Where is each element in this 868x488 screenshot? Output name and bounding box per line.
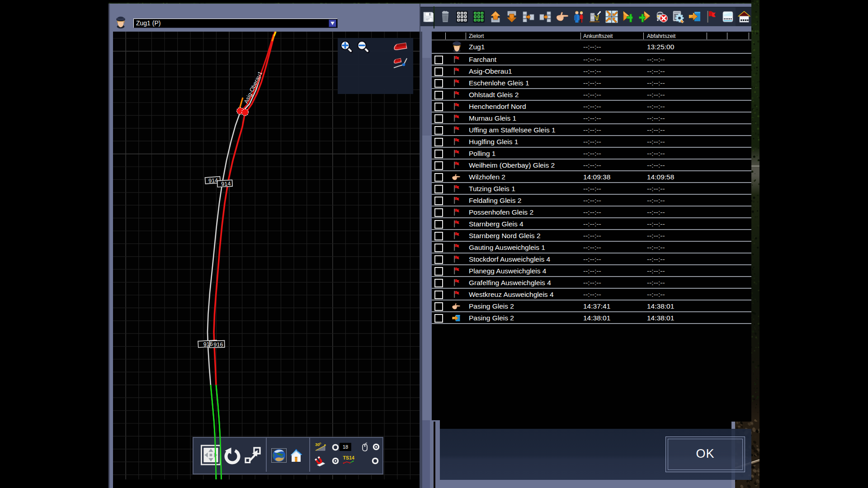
track-map-view[interactable]: Asig-Oberau1914914916916 30 18 TS14 (113, 32, 420, 479)
timetable-row[interactable]: Possenhofen Gleis 2--:--:----:--:-- (432, 206, 751, 218)
service-properties-icon[interactable] (672, 10, 684, 23)
row-abfahrtszeit: --:--:-- (647, 208, 665, 216)
ok-button[interactable]: OK (665, 436, 745, 472)
row-checkbox[interactable] (434, 91, 443, 99)
row-checkbox[interactable] (434, 244, 443, 252)
route-line-red (214, 32, 275, 385)
row-checkbox[interactable] (434, 197, 443, 205)
row-ankunftszeit: --:--:-- (583, 255, 601, 263)
grid-white-icon[interactable] (456, 10, 468, 23)
passengers-icon[interactable] (572, 10, 585, 23)
timetable-row[interactable]: Westkreuz Ausweichgleis 4--:--:----:--:-… (432, 289, 751, 300)
driver-icon (116, 16, 126, 29)
row-checkbox[interactable] (434, 302, 443, 311)
gradient-icon[interactable]: 30 (315, 442, 326, 454)
home-icon[interactable] (289, 448, 303, 465)
radio-off-icon[interactable] (372, 457, 379, 466)
timetable-row[interactable]: Gauting Ausweichgleis 1--:--:----:--:-- (432, 242, 751, 253)
train-front-icon[interactable] (722, 10, 734, 23)
hand-pointer-icon[interactable] (556, 12, 568, 24)
timetable-row[interactable]: Starnberg Nord Gleis 2--:--:----:--:-- (432, 230, 751, 242)
shift-left-icon[interactable] (539, 10, 552, 23)
row-checkbox[interactable] (434, 56, 443, 64)
row-checkbox[interactable] (434, 161, 443, 170)
dropdown-arrow-icon[interactable] (329, 19, 336, 27)
row-ankunftszeit: --:--:-- (583, 126, 601, 134)
row-zielort: Henchendorf Nord (469, 103, 526, 111)
flag-icon[interactable] (705, 10, 717, 23)
timetable-row[interactable]: Murnau Gleis 1--:--:----:--:-- (432, 113, 751, 124)
timetable-row[interactable]: Asig-Oberau1--:--:----:--:-- (432, 66, 751, 77)
insert-down-icon[interactable] (505, 10, 518, 23)
row-checkbox[interactable] (434, 150, 443, 158)
offer-up-icon[interactable] (489, 10, 502, 23)
timetable-row[interactable]: Starnberg Gleis 4--:--:----:--:-- (432, 218, 751, 230)
timetable-row[interactable]: Farchant--:--:----:--:-- (432, 54, 751, 66)
row-checkbox[interactable] (434, 314, 443, 323)
add-after-icon[interactable] (622, 10, 635, 23)
save-icon[interactable] (422, 10, 435, 23)
row-checkbox[interactable] (434, 291, 443, 299)
magnet-icon[interactable] (314, 456, 326, 469)
radio-on-icon[interactable] (373, 443, 380, 452)
timetable-row[interactable]: Wilzhofen 214:09:3814:09:58 (432, 171, 751, 183)
zoom-out-icon[interactable] (356, 40, 370, 55)
row-checkbox[interactable] (434, 126, 443, 135)
zoom-in-icon[interactable] (340, 40, 353, 55)
row-checkbox[interactable] (434, 232, 443, 240)
pan-icon[interactable] (201, 445, 221, 467)
remove-service-icon[interactable] (655, 10, 668, 23)
train-selector-dropdown[interactable]: Zug1 (P) (133, 19, 338, 28)
delete-icon[interactable] (439, 10, 452, 23)
radio-off-icon[interactable] (332, 444, 339, 453)
erase-path-icon[interactable] (393, 57, 408, 72)
row-checkbox[interactable] (434, 255, 443, 264)
row-checkbox[interactable] (434, 208, 443, 217)
shift-right-icon[interactable] (522, 10, 535, 23)
portal-icon[interactable] (689, 10, 701, 23)
depot-icon[interactable] (738, 10, 750, 23)
row-checkbox[interactable] (434, 173, 443, 182)
gradient-value[interactable]: 18 (340, 443, 351, 451)
timetable-row[interactable]: Uffing am Staffelsee Gleis 1--:--:----:-… (432, 124, 751, 136)
row-checkbox[interactable] (434, 79, 443, 88)
grid-green-icon[interactable] (472, 10, 485, 23)
row-checkbox[interactable] (434, 138, 443, 146)
erase-route-icon[interactable] (393, 42, 408, 53)
row-checkbox[interactable] (434, 114, 443, 123)
timetable-row[interactable]: Stockdorf Ausweichgleis 4--:--:----:--:-… (432, 253, 751, 265)
timetable-row[interactable]: Planegg Ausweichgleis 4--:--:----:--:-- (432, 265, 751, 277)
row-checkbox[interactable] (434, 185, 443, 193)
timetable-row[interactable]: Polling 1--:--:----:--:-- (432, 148, 751, 160)
timetable-row[interactable]: Ohlstadt Gleis 2--:--:----:--:-- (432, 89, 751, 101)
row-checkbox[interactable] (434, 267, 443, 276)
timetable-row[interactable]: Pasing Gleis 214:37:4114:38:01 (432, 300, 751, 312)
row-checkbox[interactable] (434, 279, 443, 287)
timetable-row[interactable]: Tutzing Gleis 1--:--:----:--:-- (432, 183, 751, 195)
flag-icon (453, 185, 460, 194)
row-zielort: Murnau Gleis 1 (469, 114, 516, 122)
timetable-row[interactable]: Eschenlohe Gleis 1--:--:----:--:-- (432, 77, 751, 89)
timetable-row[interactable]: Pasing Gleis 214:38:0114:38:01 (432, 312, 751, 324)
row-zielort: Pasing Gleis 2 (469, 314, 514, 322)
globe-icon[interactable] (271, 448, 287, 465)
timetable-row[interactable]: Henchendorf Nord--:--:----:--:-- (432, 101, 751, 113)
collapse-arrows-icon[interactable] (605, 10, 618, 23)
row-checkbox[interactable] (434, 103, 443, 111)
timetable-row[interactable]: Zug1--:--:--13:25:00 (432, 40, 751, 54)
map-scrollbar-thumb[interactable] (422, 58, 431, 136)
timetable-row[interactable]: Huglfing Gleis 1--:--:----:--:-- (432, 136, 751, 148)
timetable-row[interactable]: Feldafing Gleis 2--:--:----:--:-- (432, 195, 751, 206)
track-id-label: 916 (203, 341, 213, 347)
timetable-row[interactable]: Weilheim (Oberbay) Gleis 2--:--:----:--:… (432, 160, 751, 171)
radio-on-icon[interactable] (332, 457, 339, 466)
row-checkbox[interactable] (434, 220, 443, 229)
jump-icon[interactable] (244, 446, 261, 467)
row-abfahrtszeit: --:--:-- (647, 126, 665, 134)
row-checkbox[interactable] (434, 67, 443, 76)
fuel-icon[interactable] (589, 10, 601, 23)
add-before-icon[interactable] (639, 10, 651, 23)
timetable-row[interactable]: Grafelfing Ausweichgleis 4--:--:----:--:… (432, 277, 751, 289)
rotate-icon[interactable] (223, 446, 241, 468)
row-abfahrtszeit: --:--:-- (647, 138, 665, 146)
